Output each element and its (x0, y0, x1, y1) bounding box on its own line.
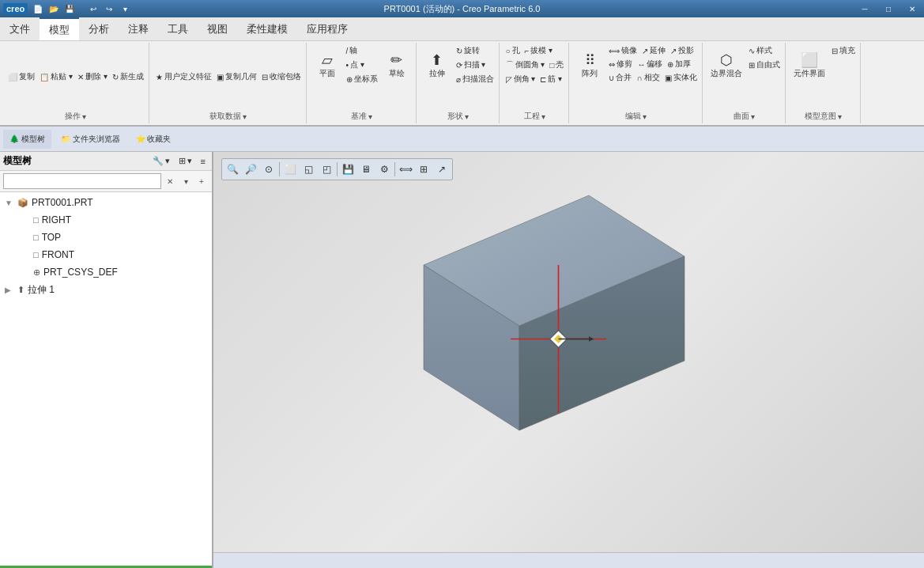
btn-paste[interactable]: 📋粘贴 ▾ (38, 70, 74, 83)
btn-boundary-blend[interactable]: ⬡ 边界混合 (707, 44, 745, 88)
view-orient-2[interactable]: ◱ (300, 161, 317, 178)
save-btn[interactable]: 💾 (62, 2, 77, 16)
btn-style[interactable]: ∿样式 (747, 44, 782, 57)
btn-copy-geom[interactable]: ▣复制几何 (215, 70, 258, 83)
tree-item-csys[interactable]: ⊕ PRT_CSYS_DEF (0, 263, 212, 281)
tree-item-top[interactable]: □ TOP (0, 229, 212, 246)
btn-csys[interactable]: ⊕坐标系 (345, 73, 379, 85)
btn-freestyle[interactable]: ⊞自由式 (747, 59, 782, 71)
btn-axis[interactable]: /轴 (345, 44, 379, 57)
menu-annotation[interactable]: 注释 (119, 17, 158, 40)
view-orient-1[interactable]: ⬜ (281, 161, 299, 178)
menu-tools[interactable]: 工具 (158, 17, 198, 40)
window-controls: ─ □ ✕ (853, 0, 924, 17)
tree-settings-btn[interactable]: 🔧 ▾ (149, 155, 173, 167)
right-icon: □ (33, 215, 39, 225)
tab-model-tree[interactable]: 🌲 模型树 (3, 130, 51, 149)
new-file-btn[interactable]: 📄 (31, 2, 45, 16)
tree-item-front[interactable]: □ FRONT (0, 246, 212, 263)
btn-project[interactable]: ↗投影 (669, 44, 696, 57)
btn-regenerate[interactable]: ↻新生成 (111, 70, 145, 83)
view-orient-3[interactable]: ◰ (318, 161, 335, 178)
btn-extend[interactable]: ↗延伸 (640, 44, 667, 57)
main-area: 模型树 🔧 ▾ ⊞ ▾ ≡ ✕ ▾ + ▼ 📦 (0, 152, 924, 568)
maximize-btn[interactable]: □ (877, 0, 900, 17)
more-btn[interactable]: ▾ (118, 2, 132, 16)
titlebar: creo 📄 📂 💾 ↩ ↪ ▾ PRT0001 (活动的) - Creo Pa… (0, 0, 924, 17)
zoom-out-btn[interactable]: 🔎 (242, 161, 259, 178)
tree-search-input[interactable] (3, 173, 161, 189)
btn-blend-sweep[interactable]: ⌀扫描混合 (454, 73, 496, 85)
view-sep-2 (337, 162, 338, 176)
menu-flexible[interactable]: 柔性建模 (237, 17, 297, 40)
tree-search-clear[interactable]: ✕ (163, 174, 177, 188)
btn-point[interactable]: •点 ▾ (345, 59, 379, 71)
group-label-engineering: 工程 ▾ (504, 109, 566, 122)
menu-apps[interactable]: 应用程序 (297, 17, 357, 40)
model-tree: ▼ 📦 PRT0001.PRT □ RIGHT □ TOP □ FRON (0, 192, 212, 566)
btn-hole[interactable]: ○孔 (504, 44, 522, 57)
btn-delete[interactable]: ✕删除 ▾ (76, 70, 109, 83)
tree-item-root[interactable]: ▼ 📦 PRT0001.PRT (0, 194, 212, 211)
btn-extrude[interactable]: ⬆ 拉伸 (421, 44, 453, 88)
btn-intersect[interactable]: ∩相交 (635, 71, 661, 84)
btn-mirror[interactable]: ⟺镜像 (607, 44, 639, 57)
btn-plane[interactable]: ▱ 平面 (311, 44, 343, 88)
open-file-btn[interactable]: 📂 (47, 2, 61, 16)
settings-icon: 🔧 (153, 156, 164, 166)
btn-component-interface[interactable]: ⬜ 元件界面 (790, 44, 828, 88)
btn-thicken[interactable]: ⊕加厚 (666, 58, 692, 70)
sub-toolbar: 🌲 模型树 📁 文件夹浏览器 ⭐ 收藏夹 (0, 127, 924, 152)
btn-trim[interactable]: ⇔修剪 (607, 58, 634, 70)
more-icon: ≡ (201, 157, 206, 166)
btn-pattern[interactable]: ⠿ 阵列 (574, 44, 605, 88)
btn-sketch[interactable]: ✏ 草绘 (381, 44, 413, 88)
menubar: 文件 模型 分析 注释 工具 视图 柔性建模 应用程序 (0, 17, 924, 41)
group-label-model-intent: 模型意图 ▾ (790, 109, 857, 122)
tree-search-expand[interactable]: ▾ (179, 174, 193, 188)
tab-folder-browser[interactable]: 📁 文件夹浏览器 (55, 130, 126, 149)
tab-favorites[interactable]: ⭐ 收藏夹 (130, 130, 178, 149)
expand-extrude1[interactable]: ▶ (5, 286, 14, 294)
tree-title: 模型树 (3, 154, 32, 168)
ribbon-content: ⬜复制 📋粘贴 ▾ ✕删除 ▾ ↻新生成 操作 ▾ ★用户定义特征 ▣复制几何 … (0, 41, 924, 125)
btn-copy[interactable]: ⬜复制 (6, 70, 36, 83)
btn-round[interactable]: ⌒倒圆角 ▾ (504, 59, 547, 71)
tree-display-btn[interactable]: ⊞ ▾ (175, 155, 195, 167)
tree-more-btn[interactable]: ≡ (198, 156, 209, 167)
statusbar (213, 552, 924, 568)
btn-revolve[interactable]: ↻旋转 (454, 44, 496, 57)
ribbon-group-model-intent: ⬜ 元件界面 ⊟填充 模型意图 ▾ (787, 43, 861, 123)
menu-analysis[interactable]: 分析 (79, 17, 119, 40)
zoom-fit-btn[interactable]: ⊙ (260, 161, 277, 178)
btn-offset[interactable]: ↔偏移 (635, 58, 664, 70)
extrude1-icon: ⬆ (17, 285, 25, 295)
btn-sweep[interactable]: ⟳扫描 ▾ (454, 59, 496, 71)
zoom-in-btn[interactable]: 🔍 (224, 161, 241, 178)
ribbon-group-datum: ▱ 平面 /轴 •点 ▾ ⊕坐标系 ✏ 草绘 基准 ▾ (308, 43, 417, 123)
menu-file[interactable]: 文件 (0, 17, 40, 40)
tree-item-right[interactable]: □ RIGHT (0, 211, 212, 229)
btn-merge[interactable]: ∪合并 (607, 71, 633, 84)
close-btn[interactable]: ✕ (900, 0, 924, 17)
btn-solidify[interactable]: ▣实体化 (663, 71, 699, 84)
btn-user-feature[interactable]: ★用户定义特征 (154, 70, 213, 83)
btn-fill[interactable]: ⊟填充 (830, 44, 857, 57)
btn-shell[interactable]: □壳 (548, 59, 565, 71)
redo-btn[interactable]: ↪ (102, 2, 116, 16)
expand-root[interactable]: ▼ (5, 199, 14, 207)
btn-chamfer[interactable]: ◸倒角 ▾ (504, 73, 537, 85)
tree-search-add[interactable]: + (194, 174, 209, 188)
menu-model[interactable]: 模型 (40, 17, 79, 40)
view-save-btn[interactable]: 💾 (339, 161, 356, 178)
app-logo: creo 📄 📂 💾 ↩ ↪ ▾ (3, 2, 132, 16)
btn-shrinkwrap[interactable]: ⊟收缩包络 (260, 70, 303, 83)
btn-draft[interactable]: ⌐拔模 ▾ (523, 44, 555, 57)
viewport[interactable]: 🔍 🔎 ⊙ ⬜ ◱ ◰ 💾 🖥 ⚙ ⟺ ⊞ ↗ (213, 152, 924, 568)
ribbon-group-surface: ⬡ 边界混合 ∿样式 ⊞自由式 曲面 ▾ (704, 43, 786, 123)
menu-view[interactable]: 视图 (198, 17, 237, 40)
btn-rib[interactable]: ⊏筋 ▾ (538, 73, 564, 85)
undo-btn[interactable]: ↩ (86, 2, 100, 16)
tree-item-extrude1[interactable]: ▶ ⬆ 拉伸 1 (0, 281, 212, 298)
minimize-btn[interactable]: ─ (853, 0, 877, 17)
